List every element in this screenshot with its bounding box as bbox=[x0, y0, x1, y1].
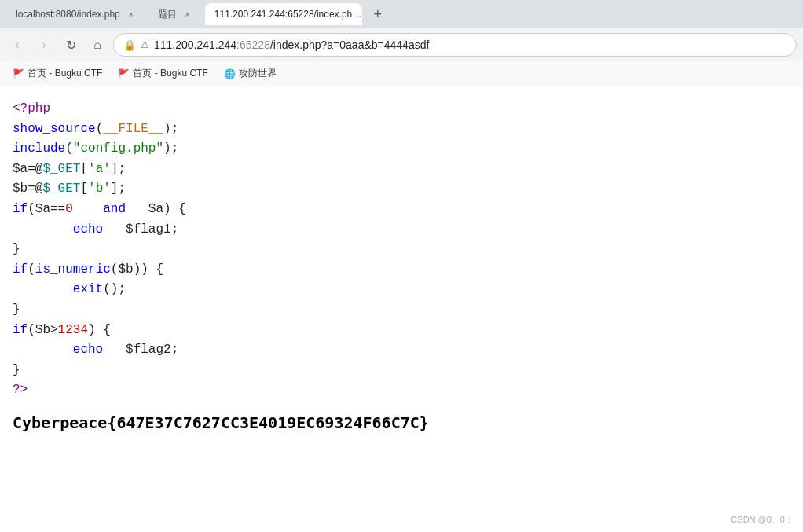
code-token: ) { bbox=[88, 323, 111, 337]
code-token: } bbox=[13, 303, 20, 317]
code-token: $flag2; bbox=[103, 343, 178, 357]
tab-label: 111.200.241.244:65228/index.ph… bbox=[214, 9, 362, 20]
bookmark-label: 攻防世界 bbox=[239, 67, 277, 80]
code-token: 0 bbox=[65, 202, 73, 216]
bookmark-bugku2[interactable]: 🚩 首页 - Bugku CTF bbox=[112, 65, 214, 82]
back-button[interactable]: ‹ bbox=[6, 34, 28, 56]
code-token: ( bbox=[65, 141, 73, 156]
flag-output: Cyberpeace{647E37C7627CC3E4019EC69324F66… bbox=[13, 413, 790, 432]
url-host: 111.200.241.244 bbox=[154, 39, 236, 51]
code-token: exit bbox=[73, 282, 103, 296]
bookmark-bugku1[interactable]: 🚩 首页 - Bugku CTF bbox=[6, 65, 108, 82]
tab-close-icon[interactable]: × bbox=[182, 8, 194, 20]
url-display: 111.200.241.244:65228/index.php?a=0aaa&b… bbox=[154, 39, 786, 51]
code-token: ]; bbox=[111, 162, 126, 176]
code-token: (); bbox=[103, 282, 126, 296]
tab-label: 题目 bbox=[158, 8, 177, 21]
url-bar[interactable]: 🔒 ⚠ 111.200.241.244:65228/index.php?a=0a… bbox=[113, 33, 797, 57]
page-content: <?php show_source(__FILE__); include("co… bbox=[0, 86, 803, 445]
tab-bar: localhost:8080/index.php × 题目 × 111.200.… bbox=[0, 0, 803, 28]
code-token: 1234 bbox=[58, 323, 88, 337]
browser-chrome: localhost:8080/index.php × 题目 × 111.200.… bbox=[0, 0, 803, 86]
warning-icon: ⚠ bbox=[141, 39, 149, 50]
code-block: <?php show_source(__FILE__); include("co… bbox=[13, 99, 790, 401]
bookmark-icon: 🚩 bbox=[13, 68, 24, 79]
code-token: ($b> bbox=[28, 323, 57, 337]
code-token: ]; bbox=[111, 182, 126, 196]
bookmark-icon: 🌐 bbox=[224, 68, 236, 79]
code-token: ( bbox=[28, 262, 35, 277]
code-token: echo bbox=[73, 222, 103, 237]
tab-label: localhost:8080/index.php bbox=[16, 9, 120, 20]
code-token: 'b' bbox=[88, 182, 111, 196]
code-token: 'a' bbox=[88, 162, 111, 176]
code-token: ($a== bbox=[28, 202, 65, 216]
code-token: $_GET bbox=[42, 182, 80, 196]
code-token: ( bbox=[96, 122, 104, 136]
code-token: if bbox=[13, 323, 28, 337]
new-tab-button[interactable]: + bbox=[367, 3, 389, 25]
tab-active[interactable]: 111.200.241.244:65228/index.ph… × bbox=[205, 3, 362, 25]
code-token bbox=[73, 202, 103, 216]
code-token: is_numeric bbox=[35, 262, 111, 277]
code-token: "config.php" bbox=[73, 141, 163, 156]
code-token: echo bbox=[73, 343, 103, 357]
code-line-2: show_source(__FILE__); bbox=[13, 119, 790, 140]
url-path: /index.php?a=0aaa&b=4444asdf bbox=[270, 39, 429, 51]
code-line-14: } bbox=[13, 361, 790, 381]
code-token: } bbox=[13, 242, 20, 256]
bookmark-label: 首页 - Bugku CTF bbox=[133, 67, 207, 80]
code-line-6: if($a==0 and $a) { bbox=[13, 200, 790, 220]
code-token: if bbox=[13, 202, 28, 216]
code-token: $b=@ bbox=[13, 182, 42, 196]
bookmark-attackworld[interactable]: 🌐 攻防世界 bbox=[218, 65, 283, 82]
code-line-12: if($b>1234) { bbox=[13, 321, 790, 341]
code-line-11: } bbox=[13, 300, 790, 321]
code-token: $a) { bbox=[126, 202, 186, 216]
code-token: <?php bbox=[13, 101, 50, 116]
code-line-15: ?> bbox=[13, 380, 790, 401]
tab-localhost[interactable]: localhost:8080/index.php × bbox=[6, 3, 147, 25]
bookmark-icon: 🚩 bbox=[118, 68, 130, 79]
code-token bbox=[13, 222, 73, 237]
code-line-5: $b=@$_GET['b']; bbox=[13, 179, 790, 200]
code-token: $a=@ bbox=[13, 162, 42, 176]
tab-question[interactable]: 题目 × bbox=[148, 3, 204, 25]
code-token bbox=[13, 343, 73, 357]
code-token: ); bbox=[163, 122, 178, 136]
code-token: $flag1; bbox=[103, 222, 178, 237]
security-icon: 🔒 bbox=[123, 39, 136, 51]
code-line-4: $a=@$_GET['a']; bbox=[13, 160, 790, 180]
url-port: :65228 bbox=[236, 39, 270, 51]
code-token: if bbox=[13, 262, 28, 277]
refresh-button[interactable]: ↻ bbox=[60, 34, 82, 56]
code-token: [ bbox=[80, 162, 88, 176]
code-line-13: echo $flag2; bbox=[13, 340, 790, 361]
code-token: ); bbox=[163, 141, 178, 156]
code-token: show_source bbox=[13, 122, 96, 136]
code-token: include bbox=[13, 141, 65, 156]
bookmark-label: 首页 - Bugku CTF bbox=[28, 67, 102, 80]
code-token: $_GET bbox=[42, 162, 80, 176]
forward-button[interactable]: › bbox=[33, 34, 55, 56]
code-line-8: } bbox=[13, 240, 790, 260]
code-token: [ bbox=[80, 182, 88, 196]
code-token: ($b)) { bbox=[111, 262, 163, 277]
code-token: __FILE__ bbox=[103, 122, 163, 136]
code-token: ?> bbox=[13, 383, 28, 397]
code-token bbox=[13, 282, 73, 296]
code-line-3: include("config.php"); bbox=[13, 139, 790, 160]
code-line-10: exit(); bbox=[13, 280, 790, 300]
code-token: and bbox=[103, 202, 126, 216]
code-line-1: <?php bbox=[13, 99, 790, 119]
bookmarks-bar: 🚩 首页 - Bugku CTF 🚩 首页 - Bugku CTF 🌐 攻防世界 bbox=[0, 61, 803, 86]
tab-close-icon[interactable]: × bbox=[125, 8, 138, 20]
home-button[interactable]: ⌂ bbox=[86, 34, 108, 56]
code-token: } bbox=[13, 363, 20, 377]
code-line-9: if(is_numeric($b)) { bbox=[13, 260, 790, 281]
address-bar: ‹ › ↻ ⌂ 🔒 ⚠ 111.200.241.244:65228/index.… bbox=[0, 28, 803, 61]
code-line-7: echo $flag1; bbox=[13, 220, 790, 240]
